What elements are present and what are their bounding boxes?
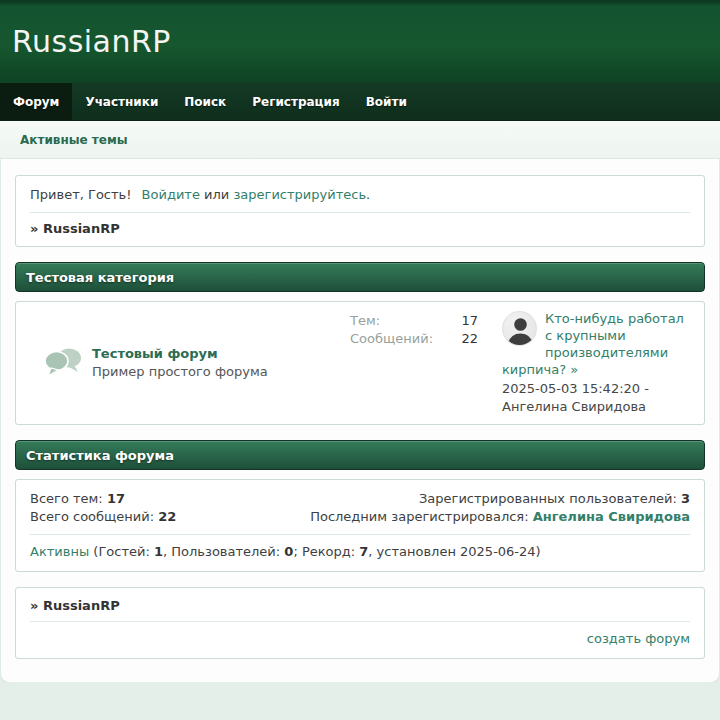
- online-seg2: , Пользователей:: [163, 544, 284, 559]
- newest-user-label: Последним зарегистрировался:: [310, 509, 533, 524]
- newest-user-link[interactable]: Ангелина Свиридова: [533, 509, 690, 524]
- topics-row: Тем: 17: [350, 312, 478, 330]
- nav-tab-register[interactable]: Регистрация: [239, 83, 352, 120]
- total-topics-line: Всего тем: 17: [30, 490, 176, 508]
- forum-description: Пример простого форума: [92, 363, 268, 381]
- welcome-line: Привет, Гость! Войдите или зарегистрируй…: [30, 186, 690, 204]
- nav-tab-login[interactable]: Войти: [353, 83, 420, 120]
- online-users-link[interactable]: Активны: [30, 544, 89, 559]
- stats-columns: Всего тем: 17 Всего сообщений: 22 Зареги…: [30, 490, 690, 526]
- or-text: или: [204, 187, 229, 202]
- last-post-meta: 2025-05-03 15:42:20 - Ангелина Свиридова: [502, 380, 690, 416]
- total-posts-label: Всего сообщений:: [30, 509, 158, 524]
- last-post-cell: Кто-нибудь работал с крупными производит…: [502, 310, 690, 416]
- breadcrumb: Активные темы: [0, 121, 720, 159]
- category-title: Тестовая категория: [26, 270, 174, 285]
- posts-count: 22: [461, 330, 478, 348]
- forum-title-link[interactable]: Тестовый форум: [92, 345, 268, 363]
- stats-left-column: Всего тем: 17 Всего сообщений: 22: [30, 490, 176, 526]
- online-seg4: , установлен 2025-06-24): [368, 544, 540, 559]
- total-topics-label: Всего тем:: [30, 491, 107, 506]
- topics-label: Тем:: [350, 312, 380, 330]
- stats-header: Статистика форума: [15, 440, 705, 470]
- total-posts-value: 22: [158, 509, 176, 524]
- stats-right-column: Зарегистрированных пользователей: 3 Посл…: [310, 490, 690, 526]
- forum-title-block: Тестовый форум Пример простого форума: [92, 345, 268, 381]
- page-title: RussianRP: [12, 24, 171, 59]
- welcome-box: Привет, Гость! Войдите или зарегистрируй…: [15, 175, 705, 247]
- newest-user-line: Последним зарегистрировался: Ангелина Св…: [310, 508, 690, 526]
- footer-board-title: » RussianRP: [30, 598, 690, 613]
- registered-users-label: Зарегистрированных пользователей:: [419, 491, 681, 506]
- create-forum-link[interactable]: создать форум: [587, 631, 690, 646]
- registered-users-line: Зарегистрированных пользователей: 3: [310, 490, 690, 508]
- posts-row: Сообщений: 22: [350, 330, 478, 348]
- board-title: » RussianRP: [30, 221, 690, 236]
- nav-tab-forum[interactable]: Форум: [0, 83, 72, 120]
- online-seg1: (Гостей:: [89, 544, 154, 559]
- guests-count: 1: [154, 544, 163, 559]
- forum-row: Тестовый форум Пример простого форума Те…: [15, 301, 705, 425]
- site-header: RussianRP: [0, 0, 720, 83]
- stats-box: Всего тем: 17 Всего сообщений: 22 Зареги…: [15, 479, 705, 572]
- online-line: Активны (Гостей: 1, Пользователей: 0; Ре…: [30, 543, 690, 561]
- divider: [30, 212, 690, 213]
- login-link[interactable]: Войдите: [142, 187, 200, 202]
- record-count: 7: [359, 544, 368, 559]
- speech-bubbles-icon: [44, 347, 82, 379]
- greeting-text: Привет, Гость!: [30, 187, 131, 202]
- active-topics-link[interactable]: Активные темы: [20, 133, 128, 147]
- footer-box: » RussianRP создать форум: [15, 587, 705, 659]
- forum-stats-cell: Тем: 17 Сообщений: 22: [350, 310, 478, 416]
- online-seg3: ; Рекорд:: [293, 544, 359, 559]
- nav-tab-search[interactable]: Поиск: [171, 83, 239, 120]
- registered-users-value: 3: [681, 491, 690, 506]
- footer-link-line: создать форум: [30, 630, 690, 648]
- register-link[interactable]: зарегистрируйтесь: [233, 187, 366, 202]
- forum-main-cell: Тестовый форум Пример простого форума: [30, 310, 350, 416]
- nav-tab-members[interactable]: Участники: [72, 83, 171, 120]
- total-posts-line: Всего сообщений: 22: [30, 508, 176, 526]
- main-nav: Форум Участники Поиск Регистрация Войти: [0, 83, 720, 121]
- avatar: [502, 311, 537, 346]
- divider: [30, 534, 690, 535]
- sentence-period: .: [366, 187, 370, 202]
- user-silhouette-icon: [503, 312, 537, 346]
- category-header: Тестовая категория: [15, 262, 705, 292]
- posts-label: Сообщений:: [350, 330, 433, 348]
- main-container: Привет, Гость! Войдите или зарегистрируй…: [1, 159, 719, 682]
- divider: [30, 621, 690, 622]
- topics-count: 17: [461, 312, 478, 330]
- total-topics-value: 17: [107, 491, 125, 506]
- stats-title: Статистика форума: [26, 448, 174, 463]
